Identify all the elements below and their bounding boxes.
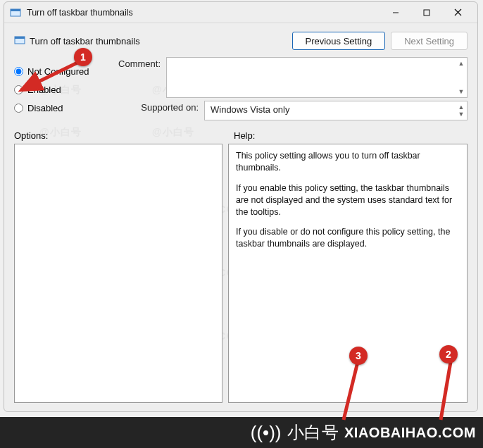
options-pane: [14, 144, 222, 403]
lower-panes: This policy setting allows you to turn o…: [10, 144, 472, 407]
annotation-badge-3: 3: [349, 347, 368, 365]
help-pane: This policy setting allows you to turn o…: [228, 144, 468, 403]
radio-enabled-input[interactable]: [14, 85, 23, 94]
policy-editor-window: XIAOBAIHAO.COM XIAOBAIHAO.COM XIAOBAIHAO…: [4, 1, 478, 412]
lower-labels: Options: Help:: [10, 127, 472, 144]
previous-setting-button[interactable]: Previous Setting: [292, 32, 386, 50]
config-area: Not Configured Enabled Disabled Comment:…: [10, 57, 472, 123]
maximize-button[interactable]: [411, 3, 442, 23]
policy-subtitle: Turn off taskbar thumbnails: [14, 35, 287, 48]
policy-icon: [14, 35, 25, 48]
policy-subtitle-text: Turn off taskbar thumbnails: [30, 36, 140, 46]
help-text-3: If you disable or do not configure this …: [236, 226, 460, 250]
supported-label: Supported on:: [113, 101, 204, 113]
broadcast-icon: ((•)): [251, 422, 282, 444]
svg-rect-1: [11, 9, 20, 11]
minimize-button[interactable]: [380, 3, 411, 23]
comment-row: Comment: ▲ ▼: [113, 57, 468, 98]
annotation-badge-2: 2: [439, 345, 458, 363]
radio-enabled-label: Enabled: [27, 85, 61, 95]
app-icon: [10, 7, 21, 18]
comment-textbox[interactable]: ▲ ▼: [166, 57, 468, 98]
scroll-down-icon[interactable]: ▼: [456, 108, 467, 120]
supported-textbox: Windows Vista only ▲ ▼: [204, 101, 468, 120]
titlebar: Turn off taskbar thumbnails: [4, 2, 477, 23]
radio-enabled[interactable]: Enabled: [14, 85, 106, 95]
radio-not-configured-label: Not Configured: [27, 66, 89, 77]
watermark-bar: ((•)) 小白号 XIAOBAIHAO.COM: [0, 417, 483, 448]
comment-label: Comment:: [113, 57, 166, 69]
content-area: Turn off taskbar thumbnails Previous Set…: [4, 23, 477, 411]
watermark-brand: 小白号: [287, 421, 339, 444]
radio-disabled-label: Disabled: [27, 103, 63, 113]
window-controls: [380, 3, 473, 23]
radio-disabled[interactable]: Disabled: [14, 103, 106, 113]
radio-column: Not Configured Enabled Disabled: [14, 57, 106, 123]
help-label: Help:: [234, 130, 255, 141]
annotation-badge-1: 1: [74, 48, 92, 66]
right-column: Comment: ▲ ▼ Supported on: Windows Vista…: [113, 57, 468, 123]
next-setting-button[interactable]: Next Setting: [391, 32, 468, 50]
radio-disabled-input[interactable]: [14, 104, 23, 113]
svg-rect-7: [15, 37, 25, 39]
watermark-url: XIAOBAIHAO.COM: [344, 425, 476, 441]
supported-value: Windows Vista only: [205, 101, 467, 118]
help-text-2: If you enable this policy setting, the t…: [236, 182, 460, 218]
supported-row: Supported on: Windows Vista only ▲ ▼: [113, 101, 468, 120]
help-text-1: This policy setting allows you to turn o…: [236, 150, 460, 174]
close-button[interactable]: [442, 3, 473, 23]
scroll-down-icon[interactable]: ▼: [456, 86, 467, 97]
options-label: Options:: [14, 130, 227, 141]
scroll-up-icon[interactable]: ▲: [456, 58, 467, 69]
radio-not-configured[interactable]: Not Configured: [14, 66, 106, 77]
radio-not-configured-input[interactable]: [14, 67, 23, 76]
svg-rect-3: [424, 10, 429, 15]
window-title: Turn off taskbar thumbnails: [27, 8, 380, 18]
